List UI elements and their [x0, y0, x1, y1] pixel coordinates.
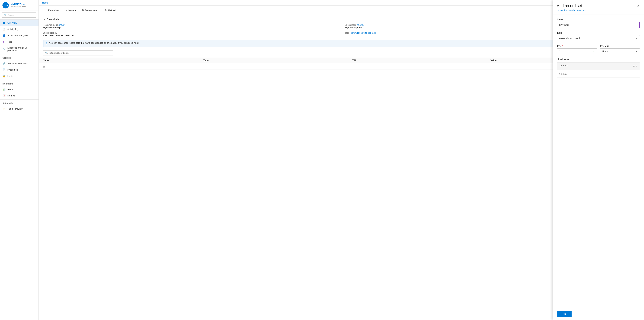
table-cell-ttl — [348, 63, 486, 70]
table-cell-name: @ — [39, 63, 199, 70]
properties-icon: 📄 — [2, 68, 6, 71]
access-control-icon: 👤 — [2, 34, 6, 37]
sidebar-item-alerts[interactable]: 📊 Alerts — [0, 86, 38, 92]
table-header-ttl: TTL — [348, 58, 486, 63]
ttl-input-wrapper: ✓ — [557, 48, 597, 54]
sidebar-item-access-control[interactable]: 👤 Access control (IAM) — [0, 32, 38, 39]
ip-input-wrapper — [557, 71, 640, 78]
search-rs-icon: 🔍 — [45, 52, 48, 54]
subscription-id-label: Subscription ID — [43, 32, 57, 34]
name-label: Name — [557, 18, 640, 21]
sidebar: DNS MYDNSZone Private DNS zone 🔍 Search … — [0, 0, 39, 320]
ttl-row: TTL * ✓ TTL unit Hours Minutes Seconds D… — [557, 45, 640, 58]
info-message: You can search for record sets that have… — [49, 42, 138, 44]
ttl-unit-form-group: TTL unit Hours Minutes Seconds Days — [600, 45, 640, 54]
name-input-wrapper: ✓ — [557, 22, 640, 28]
sidebar-item-overview[interactable]: ⬤ Overview — [0, 20, 38, 26]
sidebar-item-label: Metrics — [8, 94, 15, 97]
avatar: DNS — [2, 2, 9, 9]
ttl-label: TTL * — [557, 45, 597, 47]
sidebar-item-label: Tags — [8, 41, 12, 43]
breadcrumb-home[interactable]: Home — [42, 2, 48, 4]
panel-subtitle: privatelink.azurehdinsight.net — [557, 9, 586, 12]
toolbar-separator — [101, 9, 101, 12]
search-icon: 🔍 — [4, 14, 7, 16]
delete-icon: 🗑 — [82, 9, 84, 12]
type-form-group: Type A – Address record AAAA – IPv6 addr… — [557, 32, 640, 41]
name-form-group: Name ✓ — [557, 18, 640, 28]
close-panel-button[interactable]: × — [636, 4, 640, 8]
sidebar-item-diagnose[interactable]: 🔧 Diagnose and solve problems — [0, 45, 38, 53]
sidebar-item-tasks-preview[interactable]: ⚡ Tasks (preview) — [0, 106, 38, 112]
dns-zone-title: MYDNSZone — [10, 3, 26, 6]
at-symbol: @ — [43, 65, 45, 68]
move-label: Move — [68, 9, 74, 12]
plus-icon: ＋ — [45, 9, 47, 12]
panel-header: Add record set privatelink.azurehdinsigh… — [552, 0, 644, 15]
name-checkmark-icon: ✓ — [636, 23, 640, 27]
move-button[interactable]: → Move ▾ — [62, 8, 78, 13]
type-select[interactable]: A – Address record AAAA – IPv6 address r… — [557, 35, 640, 41]
sidebar-search-input[interactable]: 🔍 Search — [2, 13, 36, 18]
move-icon: → — [65, 9, 67, 12]
search-record-sets-input[interactable]: 🔍 Search record sets — [43, 50, 113, 56]
tags-label: Tags (edit) — [345, 32, 355, 34]
ip-existing-row: 10.0.0.4 ••• — [557, 63, 640, 70]
tags-edit-link[interactable]: (edit) — [350, 32, 354, 34]
resource-group-move-link[interactable]: (move) — [58, 24, 65, 26]
sidebar-header: DNS MYDNSZone Private DNS zone — [0, 0, 38, 11]
sidebar-item-label: Alerts — [8, 88, 13, 91]
ip-more-options-icon[interactable]: ••• — [633, 64, 637, 68]
sidebar-item-properties[interactable]: 📄 Properties — [0, 67, 38, 73]
main-content: Home › ＋ Record set → Move ▾ 🗑 Delete zo… — [39, 0, 644, 320]
ttl-checkmark-icon: ✓ — [593, 50, 597, 53]
tasks-icon: ⚡ — [2, 107, 6, 110]
sidebar-item-activity-log[interactable]: 📋 Activity log — [0, 26, 38, 32]
tags-add-link[interactable]: Click here to add tags — [355, 32, 376, 34]
search-rs-placeholder: Search record sets — [50, 52, 68, 54]
breadcrumb-separator: › — [50, 2, 50, 4]
delete-zone-button[interactable]: 🗑 Delete zone — [79, 8, 100, 13]
essentials-subscription-id: Subscription ID ABCDE-12345-ABCDE-12345 — [43, 31, 338, 37]
panel-title: Add record set — [557, 4, 586, 8]
info-icon: ℹ — [46, 42, 47, 45]
sidebar-item-label: Overview — [8, 22, 17, 24]
resource-group-label: Resource group (move) — [43, 24, 65, 26]
metrics-icon: 📈 — [2, 94, 6, 97]
sidebar-item-metrics[interactable]: 📈 Metrics — [0, 92, 38, 99]
sidebar-item-label: Activity log — [8, 28, 18, 31]
refresh-icon: ↻ — [105, 9, 107, 12]
record-set-button[interactable]: ＋ Record set — [42, 8, 62, 13]
delete-zone-label: Delete zone — [85, 9, 97, 12]
essentials-header[interactable]: ▲ Essentials — [43, 18, 640, 21]
sidebar-item-locks[interactable]: 🔒 Locks — [0, 73, 38, 79]
monitoring-section-label: Monitoring — [0, 80, 38, 86]
sidebar-item-label: Virtual network links — [8, 62, 28, 65]
info-bar: ℹ You can search for record sets that ha… — [43, 40, 640, 47]
ip-existing-value: 10.0.0.4 — [560, 65, 568, 68]
tags-icon: 🏷 — [2, 40, 6, 43]
ip-address-label: IP address — [557, 58, 640, 61]
sidebar-item-tags[interactable]: 🏷 Tags — [0, 39, 38, 45]
sidebar-item-label: Properties — [8, 69, 18, 71]
resource-group-value: MyResourceGrp — [43, 26, 338, 29]
subscription-move-link[interactable]: (move) — [357, 24, 364, 26]
locks-icon: 🔒 — [2, 75, 6, 78]
ttl-form-group: TTL * ✓ — [557, 45, 597, 54]
sidebar-item-virtual-network-links[interactable]: 🔗 Virtual network links — [0, 60, 38, 67]
sidebar-search-container: 🔍 Search — [0, 11, 38, 20]
subscription-label: Subscription (move) — [345, 24, 364, 26]
ttl-unit-select[interactable]: Hours Minutes Seconds Days — [600, 48, 640, 54]
ip-address-input[interactable] — [557, 71, 640, 77]
dns-zone-subtitle: Private DNS zone — [10, 6, 26, 8]
essentials-title: Essentials — [47, 18, 59, 21]
refresh-button[interactable]: ↻ Refresh — [103, 8, 119, 13]
table-cell-type — [199, 63, 348, 70]
name-input[interactable] — [557, 22, 636, 28]
panel-body: Name ✓ Type A – Address record AAAA – IP… — [552, 15, 644, 308]
add-record-set-panel: Add record set privatelink.azurehdinsigh… — [552, 0, 644, 320]
ok-button[interactable]: OK — [557, 311, 572, 317]
ttl-input[interactable] — [557, 49, 593, 54]
panel-footer: OK — [552, 308, 644, 320]
virtual-network-icon: 🔗 — [2, 62, 6, 65]
